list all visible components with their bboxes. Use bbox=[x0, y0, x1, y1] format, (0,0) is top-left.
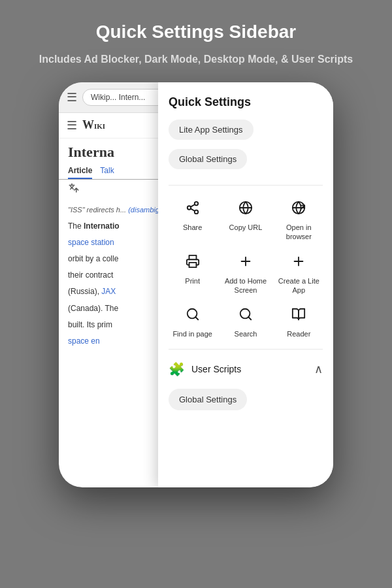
qs-open-browser-item[interactable]: Open in browser bbox=[275, 196, 323, 242]
qs-search-item[interactable]: Search bbox=[221, 302, 269, 338]
share-label: Share bbox=[183, 223, 202, 232]
svg-line-16 bbox=[195, 317, 198, 319]
qs-reader-item[interactable]: Reader bbox=[275, 302, 323, 338]
qs-user-scripts-row[interactable]: 🧩 User Scripts ∧ bbox=[169, 357, 323, 381]
subtitle: Includes Ad Blocker, Dark Mode, Desktop … bbox=[39, 52, 353, 67]
qs-find-page-item[interactable]: Find in page bbox=[169, 302, 216, 338]
wiki-logo: WIKI bbox=[82, 118, 105, 132]
qs-divider-1 bbox=[169, 185, 323, 186]
quick-settings-panel: Quick Settings Lite App Settings Global … bbox=[158, 82, 333, 487]
reader-icon bbox=[287, 302, 310, 326]
lite-app-settings-button[interactable]: Lite App Settings bbox=[169, 120, 253, 140]
user-scripts-left: 🧩 User Scripts bbox=[169, 361, 241, 377]
qs-divider-2 bbox=[169, 349, 323, 350]
reader-label: Reader bbox=[287, 329, 310, 338]
phone-mockup: ☰ Wikip... Intern... ☰ WIKI Interna Arti… bbox=[59, 82, 333, 487]
add-home-icon bbox=[234, 250, 257, 273]
print-icon bbox=[181, 250, 204, 273]
print-label: Print bbox=[185, 276, 200, 286]
open-browser-label: Open in browser bbox=[275, 223, 323, 242]
global-settings-bottom-button[interactable]: Global Settings bbox=[169, 389, 247, 410]
search-label: Search bbox=[235, 329, 257, 338]
svg-line-18 bbox=[248, 317, 251, 319]
create-lite-icon bbox=[287, 250, 310, 273]
qs-create-lite-item[interactable]: Create a Lite App bbox=[275, 250, 323, 295]
puzzle-icon: 🧩 bbox=[169, 361, 185, 377]
search-icon bbox=[234, 302, 257, 326]
wiki-tab-article[interactable]: Article bbox=[68, 163, 92, 179]
svg-line-3 bbox=[191, 208, 195, 211]
qs-title: Quick Settings bbox=[169, 95, 323, 109]
wiki-link-space-en[interactable]: space en bbox=[68, 336, 100, 346]
qs-share-item[interactable]: Share bbox=[169, 196, 216, 242]
user-scripts-label: User Scripts bbox=[191, 364, 241, 374]
svg-line-4 bbox=[191, 204, 195, 207]
qs-copy-url-item[interactable]: Copy URL bbox=[221, 196, 269, 242]
qs-print-item[interactable]: Print bbox=[169, 250, 216, 295]
add-home-label: Add to Home Screen bbox=[221, 276, 269, 295]
wiki-link-jax[interactable]: JAX bbox=[101, 287, 116, 296]
chevron-up-icon: ∧ bbox=[314, 362, 323, 376]
create-lite-label: Create a Lite App bbox=[275, 276, 323, 295]
qs-add-home-item[interactable]: Add to Home Screen bbox=[221, 250, 269, 295]
svg-rect-10 bbox=[189, 262, 196, 267]
qs-grid: Share Copy URL Open in browser bbox=[169, 196, 323, 338]
share-icon bbox=[181, 196, 204, 220]
copy-url-label: Copy URL bbox=[229, 223, 263, 232]
open-browser-icon bbox=[287, 196, 310, 220]
wiki-tab-talk[interactable]: Talk bbox=[100, 163, 114, 179]
find-page-icon bbox=[181, 302, 204, 326]
global-settings-top-button[interactable]: Global Settings bbox=[169, 149, 247, 169]
wiki-hamburger-icon[interactable]: ☰ bbox=[67, 118, 77, 133]
main-title: Quick Settings Sidebar bbox=[39, 21, 353, 43]
wiki-link-space-station[interactable]: space station bbox=[68, 238, 114, 247]
copy-url-icon bbox=[234, 196, 257, 220]
qs-buttons-row: Lite App Settings Global Settings bbox=[169, 120, 323, 174]
header-section: Quick Settings Sidebar Includes Ad Block… bbox=[13, 0, 379, 82]
find-page-label: Find in page bbox=[172, 329, 212, 338]
hamburger-icon[interactable]: ☰ bbox=[67, 90, 77, 105]
